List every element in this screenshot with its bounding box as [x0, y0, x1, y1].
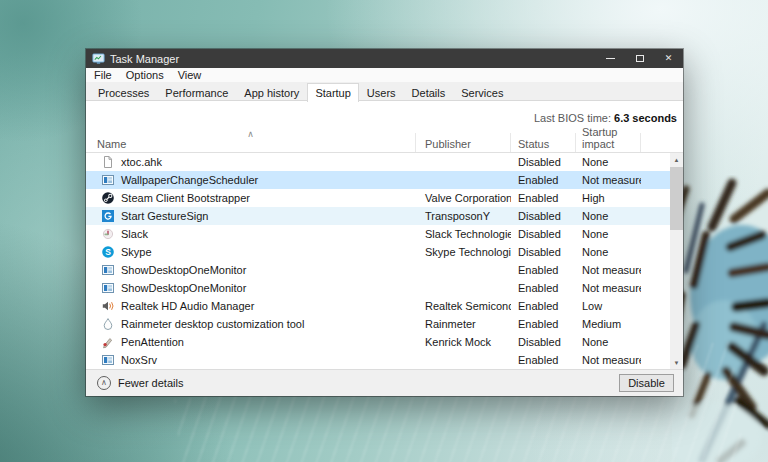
startup-item-impact: None: [576, 153, 641, 171]
table-row[interactable]: NoxSrv Enabled Not measured: [86, 351, 670, 369]
column-header-name[interactable]: ∧ Name: [86, 133, 416, 152]
table-row[interactable]: PenAttention Kenrick Mock Disabled None: [86, 333, 670, 351]
fewer-details-toggle[interactable]: ∧ Fewer details: [97, 376, 183, 390]
startup-item-status: Enabled: [511, 315, 576, 333]
startup-table-body: xtoc.ahk Disabled None WallpaperChangeSc…: [86, 153, 670, 369]
startup-item-publisher: TransposonY: [416, 207, 511, 225]
scroll-up-icon[interactable]: ▲: [670, 153, 683, 166]
startup-item-name: ShowDesktopOneMonitor: [121, 264, 246, 276]
startup-item-status: Disabled: [511, 207, 576, 225]
table-row[interactable]: Rainmeter desktop customization tool Rai…: [86, 315, 670, 333]
startup-item-status: Enabled: [511, 189, 576, 207]
startup-item-name: Start GestureSign: [121, 210, 208, 222]
startup-item-publisher: Skype Technologies S.A.: [416, 243, 511, 261]
window-icon: [101, 173, 115, 187]
startup-item-status: Disabled: [511, 243, 576, 261]
table-row[interactable]: ShowDesktopOneMonitor Enabled Not measur…: [86, 279, 670, 297]
startup-item-impact: None: [576, 333, 641, 351]
table-row[interactable]: WallpaperChangeScheduler Enabled Not mea…: [86, 171, 670, 189]
scrollbar-thumb[interactable]: [670, 167, 683, 230]
window-icon: [101, 353, 115, 367]
footer-bar: ∧ Fewer details Disable: [86, 369, 683, 396]
tab-startup[interactable]: Startup: [307, 83, 358, 102]
tab-app-history[interactable]: App history: [236, 84, 307, 101]
startup-item-publisher: [416, 153, 511, 171]
startup-item-publisher: Kenrick Mock: [416, 333, 511, 351]
window-icon: [101, 281, 115, 295]
startup-item-impact: High: [576, 189, 641, 207]
table-row[interactable]: Steam Client Bootstrapper Valve Corporat…: [86, 189, 670, 207]
column-header-status[interactable]: Status: [511, 133, 576, 152]
minimize-icon: [606, 58, 615, 59]
startup-item-name: Rainmeter desktop customization tool: [121, 318, 304, 330]
startup-item-impact: Not measured: [576, 261, 641, 279]
startup-item-name: Realtek HD Audio Manager: [121, 300, 254, 312]
startup-item-status: Disabled: [511, 225, 576, 243]
table-row[interactable]: xtoc.ahk Disabled None: [86, 153, 670, 171]
fewer-details-label: Fewer details: [118, 377, 183, 389]
tab-users[interactable]: Users: [359, 84, 404, 101]
startup-item-status: Enabled: [511, 171, 576, 189]
startup-item-impact: Not measured: [576, 351, 641, 369]
vertical-scrollbar[interactable]: ▲ ▼: [670, 153, 683, 369]
startup-item-status: Disabled: [511, 153, 576, 171]
close-button[interactable]: ✕: [654, 49, 683, 68]
table-row[interactable]: Start GestureSign TransposonY Disabled N…: [86, 207, 670, 225]
column-header-publisher[interactable]: Publisher: [416, 133, 511, 152]
table-row[interactable]: Slack Slack Technologies Inc. Disabled N…: [86, 225, 670, 243]
startup-item-publisher: Valve Corporation: [416, 189, 511, 207]
startup-item-publisher: Slack Technologies Inc.: [416, 225, 511, 243]
menu-file[interactable]: File: [87, 68, 119, 83]
tab-processes[interactable]: Processes: [90, 84, 157, 101]
startup-item-publisher: Realtek Semiconductor: [416, 297, 511, 315]
startup-item-name: Skype: [121, 246, 152, 258]
last-bios-time-value: 6.3 seconds: [614, 112, 677, 124]
scroll-down-icon[interactable]: ▼: [670, 356, 683, 369]
svg-text:S: S: [105, 247, 111, 257]
startup-item-impact: None: [576, 207, 641, 225]
menu-view[interactable]: View: [171, 68, 209, 83]
startup-item-name: Steam Client Bootstrapper: [121, 192, 250, 204]
task-manager-window: Task Manager ✕ FileOptionsView Processes…: [86, 49, 683, 396]
startup-item-publisher: [416, 279, 511, 297]
droplet-icon: [101, 317, 115, 331]
startup-item-name: PenAttention: [121, 336, 184, 348]
gesturesign-icon: [101, 209, 115, 223]
pen-icon: [101, 335, 115, 349]
table-row[interactable]: Realtek HD Audio Manager Realtek Semicon…: [86, 297, 670, 315]
steam-icon: [101, 191, 115, 205]
desktop-wallpaper: Task Manager ✕ FileOptionsView Processes…: [0, 0, 768, 462]
tab-services[interactable]: Services: [453, 84, 511, 101]
startup-item-status: Enabled: [511, 297, 576, 315]
startup-item-impact: Not measured: [576, 171, 641, 189]
column-header-startup-impact[interactable]: Startup impact: [576, 133, 641, 152]
speaker-icon: [101, 299, 115, 313]
startup-item-name: ShowDesktopOneMonitor: [121, 282, 246, 294]
sort-ascending-icon: ∧: [247, 130, 254, 139]
startup-item-name: xtoc.ahk: [121, 156, 162, 168]
tab-performance[interactable]: Performance: [157, 84, 236, 101]
table-row[interactable]: ShowDesktopOneMonitor Enabled Not measur…: [86, 261, 670, 279]
close-icon: ✕: [665, 54, 673, 63]
window-title: Task Manager: [110, 53, 179, 65]
startup-item-impact: Not measured: [576, 279, 641, 297]
table-row[interactable]: S Skype Skype Technologies S.A. Disabled…: [86, 243, 670, 261]
file-icon: [101, 155, 115, 169]
minimize-button[interactable]: [596, 49, 625, 68]
startup-item-impact: Low: [576, 297, 641, 315]
last-bios-time: Last BIOS time:6.3 seconds: [534, 112, 677, 124]
menu-options[interactable]: Options: [119, 68, 171, 83]
slack-icon: [101, 227, 115, 241]
startup-item-status: Disabled: [511, 333, 576, 351]
window-icon: [101, 263, 115, 277]
startup-item-impact: Medium: [576, 315, 641, 333]
startup-item-publisher: [416, 171, 511, 189]
last-bios-time-label: Last BIOS time:: [534, 112, 611, 124]
startup-tab-content: Last BIOS time:6.3 seconds ∧ Name Publis…: [86, 101, 683, 369]
maximize-button[interactable]: [625, 49, 654, 68]
disable-button[interactable]: Disable: [619, 374, 674, 392]
startup-item-impact: None: [576, 243, 641, 261]
title-bar[interactable]: Task Manager ✕: [86, 49, 683, 68]
tab-details[interactable]: Details: [404, 84, 454, 101]
startup-item-name: WallpaperChangeScheduler: [121, 174, 258, 186]
